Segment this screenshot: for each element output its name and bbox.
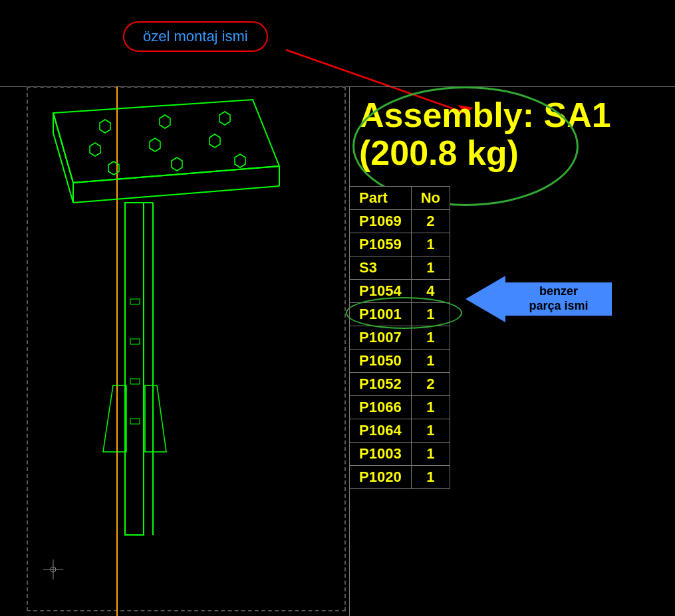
svg-marker-14 (172, 157, 182, 171)
table-cell-part: P1059 (350, 233, 412, 257)
blue-arrow-head (466, 276, 505, 322)
svg-marker-13 (108, 161, 119, 175)
table-cell-no: 1 (411, 443, 450, 466)
svg-rect-24 (130, 419, 140, 424)
svg-rect-16 (125, 203, 144, 535)
svg-marker-2 (53, 100, 279, 183)
svg-marker-19 (103, 385, 126, 452)
table-cell-no: 2 (411, 210, 450, 233)
svg-marker-9 (219, 112, 230, 125)
table-cell-no: 1 (411, 419, 450, 443)
table-row: P10201 (350, 466, 450, 489)
table-cell-part: P1064 (350, 419, 412, 443)
table-cell-no: 1 (411, 303, 450, 326)
table-cell-no: 1 (411, 466, 450, 489)
table-cell-part: P1054 (350, 280, 412, 303)
table-cell-part: P1020 (350, 466, 412, 489)
svg-marker-20 (145, 385, 166, 452)
table-row: P10011 (350, 303, 450, 326)
table-row: P10591 (350, 233, 450, 257)
svg-rect-21 (130, 299, 140, 304)
svg-marker-7 (100, 120, 110, 133)
cad-drawing (0, 86, 349, 616)
svg-marker-10 (90, 143, 100, 156)
table-row: P10692 (350, 210, 450, 233)
blue-arrow-annotation: benzerparça ismi (466, 276, 612, 322)
table-cell-part: P1001 (350, 303, 412, 326)
table-header-no: No (411, 187, 450, 210)
table-row: P10071 (350, 326, 450, 350)
blue-arrow-body: benzerparça ismi (505, 282, 612, 316)
table-header-part: Part (350, 187, 412, 210)
svg-rect-22 (130, 339, 140, 344)
svg-marker-12 (209, 134, 220, 148)
assembly-title-line2: (200.8 kg) (359, 134, 611, 172)
svg-marker-15 (235, 154, 245, 167)
table-cell-no: 1 (411, 233, 450, 257)
assembly-title-line1: Assembly: SA1 (359, 96, 611, 134)
svg-line-4 (73, 166, 279, 183)
table-cell-part: S3 (350, 257, 412, 280)
table-cell-no: 1 (411, 396, 450, 419)
table-cell-no: 1 (411, 257, 450, 280)
table-cell-part: P1050 (350, 350, 412, 373)
table-cell-part: P1003 (350, 443, 412, 466)
parts-table: Part No P10692P10591S31P10544P10011P1007… (349, 186, 450, 489)
table-cell-part: P1007 (350, 326, 412, 350)
table-cell-no: 1 (411, 326, 450, 350)
table-cell-no: 4 (411, 280, 450, 303)
annotation-bubble-text: özel montaj ismi (143, 28, 248, 45)
table-row: S31 (350, 257, 450, 280)
table-row: P10661 (350, 396, 450, 419)
annotation-bubble: özel montaj ismi (123, 21, 268, 52)
table-cell-part: P1052 (350, 373, 412, 396)
svg-rect-23 (130, 379, 140, 384)
table-cell-part: P1066 (350, 396, 412, 419)
table-cell-no: 1 (411, 350, 450, 373)
table-row: P10031 (350, 443, 450, 466)
svg-line-5 (73, 186, 279, 203)
table-row: P10501 (350, 350, 450, 373)
right-panel-border (349, 86, 350, 616)
table-row: P10641 (350, 419, 450, 443)
table-cell-part: P1069 (350, 210, 412, 233)
svg-marker-11 (150, 138, 160, 152)
table-row: P10544 (350, 280, 450, 303)
blue-arrow-text: benzerparça ismi (529, 284, 588, 313)
table-cell-no: 2 (411, 373, 450, 396)
svg-marker-8 (160, 115, 170, 128)
svg-marker-3 (53, 113, 73, 203)
table-row: P10522 (350, 373, 450, 396)
assembly-title: Assembly: SA1 (200.8 kg) (359, 96, 611, 172)
